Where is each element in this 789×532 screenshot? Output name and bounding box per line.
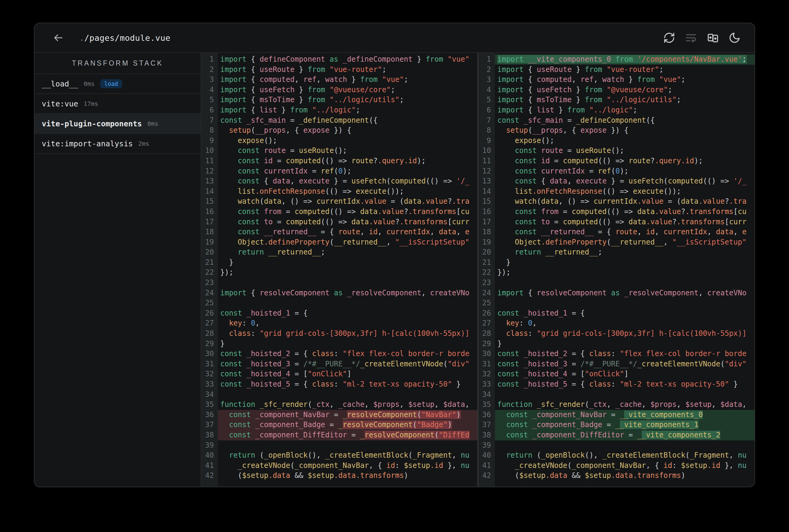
line-content: Object.defineProperty(__returned__, "__i…: [495, 237, 754, 248]
code-line: 37 const _component_Badge = __vite_compo…: [478, 420, 754, 430]
line-content: }: [495, 258, 754, 268]
refresh-button[interactable]: [663, 31, 676, 44]
plugin-name: vite-plugin-components: [42, 119, 142, 128]
code-pane-after: 1import __vite_components_0 from '/compo…: [478, 53, 754, 487]
code-line: 42 ($setup.data && $setup.data.transform…: [201, 471, 477, 481]
line-number: 42: [478, 471, 495, 481]
line-number: 4: [478, 85, 495, 95]
line-content: [495, 390, 754, 400]
code-line: 29}: [478, 339, 754, 349]
code-line: 28 class: "grid grid-cols-[300px,3fr] h-…: [201, 328, 477, 339]
line-content: const _hoisted_2 = { class: "flex flex-c…: [218, 349, 477, 359]
code-line: 42 ($setup.data && $setup.data.transform…: [478, 471, 754, 481]
code-line: 3import { computed, ref, watch } from "v…: [201, 75, 477, 85]
line-number: 27: [201, 318, 218, 328]
line-content: const _component_DiffEditor = __vite_com…: [495, 430, 754, 440]
transform-stack-title: TRANSFORM STACK: [35, 53, 201, 74]
code-line: 7const _sfc_main = _defineComponent({: [201, 115, 477, 126]
plugin-time: 0ms: [84, 80, 94, 87]
line-number: 12: [478, 166, 495, 176]
line-number: 13: [201, 176, 218, 187]
code-line: 13 const { data, execute } = useFetch(co…: [478, 176, 754, 187]
line-number: 29: [201, 339, 218, 349]
line-number: 7: [201, 115, 218, 126]
line-number: 25: [478, 298, 495, 308]
code-line: 35function _sfc_render(_ctx, _cache, $pr…: [201, 400, 477, 410]
code-line: 1import { defineComponent as _defineComp…: [201, 54, 477, 65]
line-number: 17: [478, 217, 495, 227]
line-number: 2: [201, 65, 218, 75]
line-content: import { list } from "../logic";: [218, 105, 477, 115]
line-number: 21: [478, 258, 495, 268]
line-number: 20: [478, 247, 495, 258]
line-number: 1: [201, 54, 218, 65]
line-content: watch(data, () => currentIdx.value = (da…: [218, 196, 477, 207]
line-number: 41: [201, 461, 218, 471]
line-number: 38: [478, 430, 495, 440]
line-number: 35: [201, 400, 218, 410]
line-content: }: [218, 339, 477, 349]
code-line: 27 key: 0,: [201, 318, 477, 328]
line-number: 5: [478, 95, 495, 105]
transform-stack-item[interactable]: __load__0msload: [35, 74, 201, 94]
transform-stack-item[interactable]: vite-plugin-components0ms: [35, 114, 201, 134]
code-line: 8 setup(__props, { expose }) {: [201, 126, 477, 136]
line-number: 10: [478, 146, 495, 156]
line-number: 37: [201, 420, 218, 430]
transform-stack-list: __load__0msloadvite:vue17msvite-plugin-c…: [35, 74, 201, 154]
code-line: 24import { resolveComponent as _resolveC…: [201, 288, 477, 298]
line-content: setup(__props, { expose }) {: [218, 126, 477, 136]
line-number: 19: [478, 237, 495, 248]
line-content: const _hoisted_5 = { class: "ml-2 text-x…: [495, 379, 754, 390]
code-line: 36 const _component_NavBar = __vite_comp…: [478, 410, 754, 420]
arrow-left-icon: [52, 32, 64, 43]
line-number: 6: [478, 105, 495, 115]
plugin-time: 0ms: [147, 120, 158, 127]
line-content: import { resolveComponent as _resolveCom…: [495, 288, 754, 298]
line-number: 36: [201, 410, 218, 420]
transform-stack-item[interactable]: vite:vue17ms: [35, 94, 201, 114]
line-number: 31: [201, 359, 218, 369]
code-line: 16 const from = computed(() => data.valu…: [478, 207, 754, 217]
line-content: return __returned__;: [495, 247, 754, 258]
line-content: [495, 298, 754, 308]
line-content: const to = computed(() => data.value?.tr…: [495, 217, 754, 227]
line-content: });: [218, 267, 477, 278]
code-line: 12 const currentIdx = ref(0);: [201, 166, 477, 176]
line-number: 30: [201, 349, 218, 359]
code-line: 2import { useRoute } from "vue-router";: [201, 65, 477, 75]
theme-toggle-button[interactable]: [728, 31, 741, 44]
line-number: 39: [478, 440, 495, 451]
code-line: 22});: [201, 267, 477, 278]
line-number: 33: [201, 379, 218, 390]
line-wrap-button[interactable]: [684, 31, 698, 44]
code-line: 12 const currentIdx = ref(0);: [478, 166, 754, 176]
plugin-name: __load__: [42, 79, 78, 88]
line-content: ($setup.data && $setup.data.transforms): [218, 471, 477, 481]
transform-stack-sidebar: TRANSFORM STACK __load__0msloadvite:vue1…: [35, 53, 201, 487]
back-button[interactable]: [51, 31, 65, 44]
line-number: 31: [478, 359, 495, 369]
code-line: 29}: [201, 339, 477, 349]
line-number: 29: [478, 339, 495, 349]
code-line: 17 const to = computed(() => data.value?…: [201, 217, 477, 227]
line-content: const _hoisted_3 = /*#__PURE__*/_createE…: [218, 359, 477, 369]
line-number: 28: [201, 328, 218, 339]
line-number: 30: [478, 349, 495, 359]
diff-view-button[interactable]: [706, 31, 719, 44]
moon-icon: [729, 32, 740, 44]
plugin-time: 2ms: [138, 140, 149, 147]
code-line: 32const _hoisted_4 = ["onClick"]: [201, 369, 477, 379]
plugin-name: vite:import-analysis: [42, 139, 133, 148]
line-number: 14: [478, 187, 495, 197]
code-line: 6import { list } from "../logic";: [478, 105, 754, 115]
transform-stack-item[interactable]: vite:import-analysis2ms: [35, 134, 201, 154]
line-content: import { computed, ref, watch } from "vu…: [218, 75, 477, 85]
line-content: class: "grid grid-cols-[300px,3fr] h-[ca…: [218, 328, 477, 339]
line-content: _createVNode(_component_NavBar, { id: $s…: [495, 461, 754, 471]
line-number: 5: [201, 95, 218, 105]
code-line: 21 }: [478, 258, 754, 268]
line-content: key: 0,: [218, 318, 477, 328]
code-line: 34: [201, 390, 477, 400]
code-line: 13 const { data, execute } = useFetch(co…: [201, 176, 477, 187]
